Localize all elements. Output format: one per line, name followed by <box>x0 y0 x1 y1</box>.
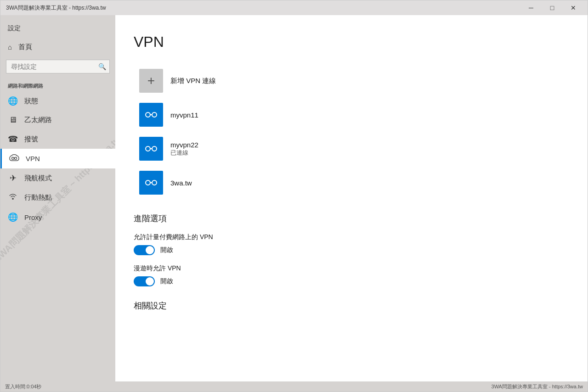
svg-point-1 <box>15 157 17 160</box>
toggle-metered[interactable] <box>134 245 155 255</box>
advanced-section-title: 進階選項 <box>134 213 565 224</box>
vpn-list: + 新增 VPN 連線 <box>134 64 565 199</box>
vpn-icon-box-3watw <box>139 171 163 195</box>
toggle-roaming-label: 開啟 <box>160 277 173 286</box>
sidebar-item-ethernet[interactable]: 🖥 乙太網路 <box>0 111 115 129</box>
vpn-name-3watw: 3wa.tw <box>170 179 192 187</box>
sidebar-section-title: 網路和網際網路 <box>0 79 115 91</box>
svg-point-10 <box>146 180 150 185</box>
svg-point-4 <box>146 112 150 117</box>
search-input[interactable] <box>6 60 110 73</box>
svg-point-7 <box>146 146 150 151</box>
sidebar-app-title: 設定 <box>0 15 115 38</box>
related-settings-title: 相關設定 <box>134 300 565 311</box>
sidebar-item-label: 行動熱點 <box>24 193 52 202</box>
add-vpn-label: 新增 VPN 連線 <box>170 77 216 85</box>
option-roaming: 漫遊時允許 VPN 開啟 <box>134 264 565 286</box>
add-vpn-info: 新增 VPN 連線 <box>170 77 216 85</box>
vpn-name-myvpn22: myvpn22 <box>170 141 198 149</box>
bottom-bar: 置入時間:0:04秒 3WA問題解決專業工具室 - https://3wa.tw <box>0 381 588 392</box>
toggle-row-roaming: 開啟 <box>134 276 565 286</box>
status-icon: 🌐 <box>8 96 18 106</box>
sidebar-item-airplane[interactable]: ✈ 飛航模式 <box>0 168 115 188</box>
vpn-info-myvpn11: myvpn11 <box>170 111 198 119</box>
vpn-item-3watw[interactable]: 3wa.tw <box>134 166 565 199</box>
dialup-icon: ☎ <box>8 134 18 144</box>
toggle-roaming[interactable] <box>134 276 155 286</box>
vpn-info-3watw: 3wa.tw <box>170 179 192 187</box>
ethernet-icon: 🖥 <box>8 115 18 125</box>
vpn-item-myvpn22[interactable]: myvpn22 已連線 <box>134 132 565 165</box>
sidebar-item-status[interactable]: 🌐 狀態 <box>0 91 115 111</box>
sidebar-item-label: 撥號 <box>24 135 38 144</box>
home-icon: ⌂ <box>8 43 12 51</box>
titlebar-controls: ─ □ ✕ <box>520 0 584 15</box>
sidebar-item-label: 狀態 <box>24 97 38 106</box>
sidebar-item-home[interactable]: ⌂ 首頁 <box>0 38 115 56</box>
bottom-bar-right: 3WA問題解決專業工具室 - https://3wa.tw <box>492 383 583 390</box>
sidebar-item-label: VPN <box>26 155 40 162</box>
vpn-icon-box-myvpn22 <box>139 137 163 161</box>
sidebar-item-vpn[interactable]: VPN <box>0 149 115 168</box>
svg-point-5 <box>152 112 157 117</box>
close-button[interactable]: ✕ <box>563 0 584 15</box>
bottom-bar-left: 置入時間:0:04秒 <box>5 383 41 390</box>
sidebar-item-label: 乙太網路 <box>24 116 52 124</box>
sidebar-item-dialup[interactable]: ☎ 撥號 <box>0 129 115 149</box>
add-vpn-item[interactable]: + 新增 VPN 連線 <box>134 64 565 97</box>
vpn-connection-icon <box>144 110 158 119</box>
vpn-status-myvpn22: 已連線 <box>170 149 198 157</box>
sidebar-item-label: 飛航模式 <box>24 174 52 183</box>
sidebar-search-container: 🔍 <box>6 60 110 73</box>
sidebar-home-label: 首頁 <box>18 43 32 51</box>
option-metered: 允許計量付費網路上的 VPN 開啟 <box>134 233 565 255</box>
vpn-connection-icon-2 <box>144 144 158 153</box>
plus-icon: + <box>147 73 155 88</box>
titlebar: 3WA問題解決專業工具室 - https://3wa.tw ─ □ ✕ <box>0 0 588 15</box>
option-roaming-label: 漫遊時允許 VPN <box>134 264 565 273</box>
hotspot-icon <box>8 192 18 203</box>
toggle-metered-label: 開啟 <box>160 246 173 254</box>
svg-point-3 <box>12 198 14 200</box>
proxy-icon: 🌐 <box>8 212 18 222</box>
svg-point-0 <box>12 157 14 160</box>
minimize-button[interactable]: ─ <box>520 0 542 15</box>
sidebar-item-proxy[interactable]: 🌐 Proxy <box>0 207 115 227</box>
option-metered-label: 允許計量付費網路上的 VPN <box>134 233 565 241</box>
toggle-row-metered: 開啟 <box>134 245 565 255</box>
sidebar-item-label: Proxy <box>24 213 42 221</box>
sidebar: 3WA問題解決專業工具室 ~ https://3wa.tw 設定 ⌂ 首頁 🔍 … <box>0 15 115 381</box>
maximize-button[interactable]: □ <box>542 0 563 15</box>
search-icon: 🔍 <box>98 63 106 70</box>
vpn-item-myvpn11[interactable]: myvpn11 <box>134 98 565 131</box>
svg-point-8 <box>152 146 157 151</box>
vpn-name-myvpn11: myvpn11 <box>170 111 198 119</box>
vpn-connection-icon-3 <box>144 178 158 187</box>
main-content: 3WA問題解決專業工具室 ~ https://3wa.tw 設定 ⌂ 首頁 🔍 … <box>0 15 588 381</box>
window: 3WA問題解決專業工具室 - https://3wa.tw ─ □ ✕ 3WA問… <box>0 0 588 392</box>
svg-point-11 <box>152 180 157 185</box>
add-vpn-icon-box: + <box>139 69 163 93</box>
airplane-icon: ✈ <box>8 173 18 183</box>
titlebar-title: 3WA問題解決專業工具室 - https://3wa.tw <box>6 4 106 12</box>
vpn-info-myvpn22: myvpn22 已連線 <box>170 141 198 157</box>
vpn-icon-box-myvpn11 <box>139 103 163 127</box>
page-title: VPN <box>134 34 565 50</box>
vpn-sidebar-icon <box>9 153 19 164</box>
main-panel: VPN + 新增 VPN 連線 <box>115 15 588 381</box>
sidebar-item-hotspot[interactable]: 行動熱點 <box>0 188 115 207</box>
